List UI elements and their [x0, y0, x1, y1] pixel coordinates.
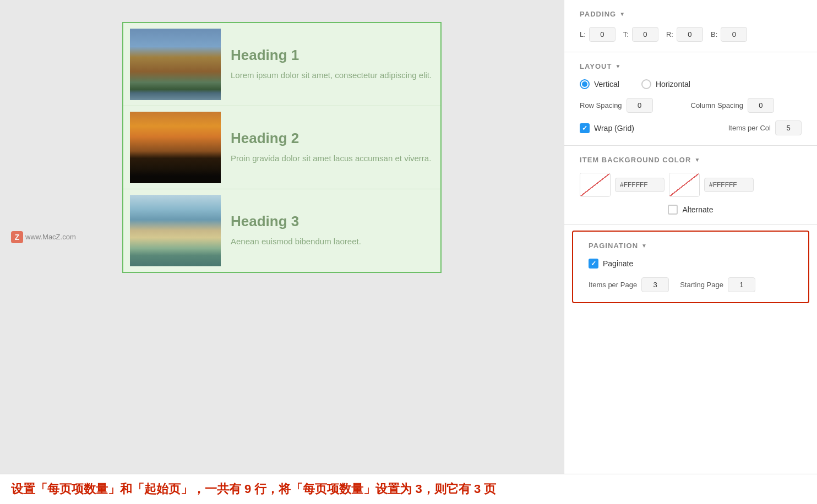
wrap-checkbox[interactable] [580, 123, 590, 133]
item-text-3: Aenean euismod bibendum laoreet. [231, 235, 434, 248]
col-spacing-label: Column Spacing [691, 101, 743, 109]
horizontal-label: Horizontal [656, 80, 690, 89]
padding-t-input[interactable] [632, 27, 658, 42]
alternate-label: Alternate [682, 205, 713, 214]
color-swatch-1[interactable] [580, 173, 611, 197]
color-hex-input-2[interactable] [704, 178, 754, 192]
padding-chevron-icon: ▼ [619, 11, 625, 17]
horizontal-radio[interactable] [641, 79, 651, 89]
item-heading-1: Heading 1 [231, 47, 434, 64]
layout-radio-row: Vertical Horizontal [580, 79, 802, 89]
spacing-row: Row Spacing Column Spacing [580, 98, 802, 113]
item-image-1 [130, 29, 221, 100]
alternate-checkbox[interactable] [668, 205, 678, 215]
padding-header: PADDING ▼ [580, 10, 802, 18]
padding-l-label: L: [580, 30, 586, 39]
starting-page-label: Starting Page [680, 281, 723, 289]
color-hex-input-1[interactable] [615, 178, 665, 192]
row-spacing-input[interactable] [627, 98, 653, 113]
padding-row: L: T: R: B: [580, 27, 802, 42]
list-item: Heading 2 Proin gravida dolor sit amet l… [123, 106, 440, 189]
item-bg-section: ITEM BACKGROUND COLOR ▼ Alternate [564, 146, 817, 225]
col-spacing-input[interactable] [748, 98, 774, 113]
paginate-label: Paginate [603, 259, 633, 268]
pagination-title: PAGINATION [589, 242, 638, 250]
item-heading-3: Heading 3 [231, 213, 434, 230]
layout-section: LAYOUT ▼ Vertical Horizontal Row Spacing [564, 52, 817, 146]
annotation-bar: 设置「每页项数量」和「起始页」，一共有 9 行，将「每页项数量」设置为 3，则它… [0, 474, 817, 504]
padding-b-input[interactable] [721, 27, 747, 42]
item-bg-title: ITEM BACKGROUND COLOR [580, 156, 691, 164]
color-swatch-2[interactable] [669, 173, 700, 197]
padding-r-input[interactable] [677, 27, 703, 42]
watermark-z-icon: Z [11, 231, 23, 243]
items-per-page-input[interactable] [641, 277, 669, 292]
padding-l-input[interactable] [589, 27, 616, 42]
watermark-text: www.MacZ.com [25, 233, 76, 241]
padding-b-group: B: [711, 27, 747, 42]
color-row [580, 173, 802, 197]
layout-header: LAYOUT ▼ [580, 62, 802, 70]
item-image-2 [130, 112, 221, 183]
vertical-label: Vertical [594, 80, 619, 89]
paginate-row: Paginate [589, 259, 793, 269]
list-container: Heading 1 Lorem ipsum dolor sit amet, co… [122, 22, 442, 273]
padding-title: PADDING [580, 10, 616, 18]
padding-r-label: R: [666, 30, 673, 39]
pagination-section: PAGINATION ▼ Paginate Items per Page Sta… [572, 231, 809, 303]
items-per-col-label: Items per Col [728, 124, 771, 132]
pagination-chevron-icon: ▼ [641, 243, 647, 249]
main-area: Z www.MacZ.com Heading 1 Lorem ipsum dol… [0, 0, 817, 474]
annotation-text: 设置「每页项数量」和「起始页」，一共有 9 行，将「每页项数量」设置为 3，则它… [11, 482, 496, 496]
paginate-option[interactable]: Paginate [589, 259, 633, 269]
horizontal-option[interactable]: Horizontal [641, 79, 690, 89]
list-item: Heading 1 Lorem ipsum dolor sit amet, co… [123, 23, 440, 106]
padding-b-label: B: [711, 30, 717, 39]
alternate-row: Alternate [580, 205, 802, 215]
layout-chevron-icon: ▼ [616, 63, 621, 69]
preview-area: Z www.MacZ.com Heading 1 Lorem ipsum dol… [0, 0, 564, 474]
vertical-option[interactable]: Vertical [580, 79, 619, 89]
padding-l-group: L: [580, 27, 616, 42]
row-spacing-label: Row Spacing [580, 101, 622, 109]
wrap-option[interactable]: Wrap (Grid) [580, 123, 634, 133]
right-panel: PADDING ▼ L: T: R: B: [564, 0, 817, 474]
wrap-row: Wrap (Grid) Items per Col [580, 120, 802, 135]
swatch-diagonal-1 [580, 173, 610, 196]
layout-title: LAYOUT [580, 62, 612, 70]
pagination-header: PAGINATION ▼ [589, 242, 793, 250]
starting-page-input[interactable] [728, 277, 755, 292]
item-bg-header: ITEM BACKGROUND COLOR ▼ [580, 156, 802, 164]
padding-t-label: T: [623, 30, 629, 39]
item-bg-chevron-icon: ▼ [694, 157, 700, 163]
padding-r-group: R: [666, 27, 703, 42]
padding-t-group: T: [623, 27, 658, 42]
item-content-2: Heading 2 Proin gravida dolor sit amet l… [231, 130, 434, 165]
items-per-page-label: Items per Page [589, 281, 637, 289]
item-content-3: Heading 3 Aenean euismod bibendum laoree… [231, 213, 434, 248]
paginate-checkbox[interactable] [589, 259, 598, 269]
item-image-3 [130, 195, 221, 266]
pagination-fields: Items per Page Starting Page [589, 277, 793, 292]
padding-section: PADDING ▼ L: T: R: B: [564, 0, 817, 52]
item-text-1: Lorem ipsum dolor sit amet, consectetur … [231, 69, 434, 82]
row-spacing-group: Row Spacing [580, 98, 691, 113]
item-text-2: Proin gravida dolor sit amet lacus accum… [231, 152, 434, 165]
items-per-col-input[interactable] [775, 120, 802, 135]
starting-page-group: Starting Page [680, 277, 755, 292]
items-per-col-group: Items per Col [728, 120, 802, 135]
item-content-1: Heading 1 Lorem ipsum dolor sit amet, co… [231, 47, 434, 82]
swatch-diagonal-2 [669, 173, 699, 196]
vertical-radio[interactable] [580, 79, 590, 89]
item-heading-2: Heading 2 [231, 130, 434, 147]
items-per-page-group: Items per Page [589, 277, 669, 292]
col-spacing-group: Column Spacing [691, 98, 802, 113]
watermark: Z www.MacZ.com [11, 231, 76, 243]
wrap-label: Wrap (Grid) [594, 124, 634, 133]
list-item: Heading 3 Aenean euismod bibendum laoree… [123, 189, 440, 272]
